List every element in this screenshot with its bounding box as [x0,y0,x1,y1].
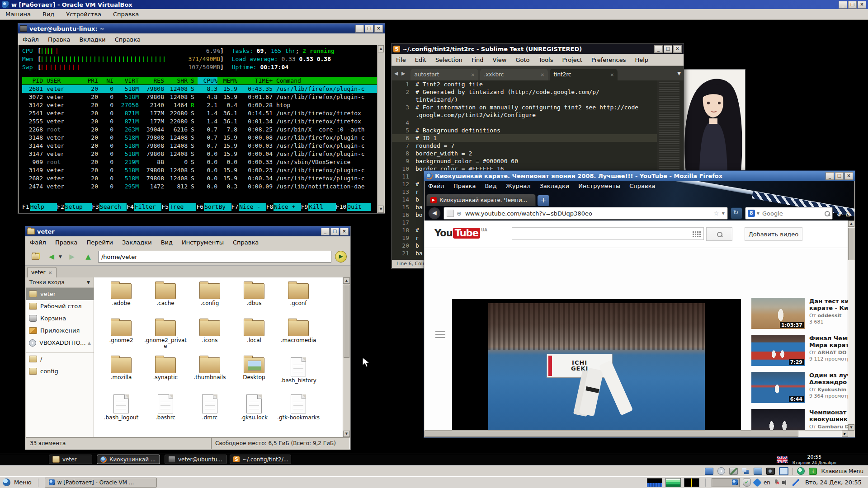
menu-item[interactable]: Справка [115,36,141,43]
files-scrollbar[interactable]: ▲ ▼ [343,277,350,437]
process-row[interactable]: 3148veter200518M7980812408S0.715.90:00.0… [22,134,377,142]
htop-column-header[interactable]: SHR [164,77,188,84]
close-button[interactable] [340,228,349,235]
process-row[interactable]: 2268root200263M390446216S0.77.80:08.25/u… [22,126,377,134]
scrollbar-thumb[interactable] [344,285,349,358]
close-button[interactable] [844,172,853,180]
new-tab-button[interactable] [538,195,549,206]
search-bar[interactable] [745,207,833,220]
menu-item[interactable]: Справка [233,239,259,246]
vertical-scrollbar[interactable]: ▲ ▼ [848,221,854,431]
taskbar-item[interactable]: veter [49,455,92,464]
file-icon[interactable]: .mozilla [99,356,143,393]
video-channel[interactable]: От oddessit [809,313,848,319]
code-line[interactable]: 8border_width = 2 [392,150,683,157]
device-status-icon[interactable] [742,468,750,474]
function-key[interactable]: F10Quit [336,203,371,211]
close-button[interactable] [858,1,866,9]
menu-item[interactable]: Инструменты [182,239,224,246]
file-icon[interactable]: .icons [188,319,231,356]
process-row[interactable]: 2541veter200871M177M22080S1.436.10:14.51… [22,109,377,117]
menu-item[interactable]: Edit [415,56,426,63]
process-row[interactable]: 909root200219M880S0.00.00:00.33/usr/sbin… [22,158,377,166]
youtube-search-input[interactable] [515,230,692,238]
menu-item[interactable]: Goto [515,56,529,63]
scroll-right-icon[interactable]: ▶ [842,431,848,437]
tab-list-dropdown-icon[interactable]: ▼ [677,71,681,76]
stylus-icon[interactable] [793,479,799,486]
process-row[interactable]: 2555veter200871M177M22080S1.436.10:01.34… [22,117,377,126]
google-search-engine-icon[interactable] [748,210,755,217]
video-title[interactable]: Дан тест ки [809,298,848,305]
function-key[interactable]: F1Help [22,203,57,211]
process-row[interactable]: 2474veter200295M1472812S0.00.30:00.09/us… [22,183,377,191]
search-icon[interactable] [824,211,830,216]
home-button[interactable] [846,209,851,218]
maximize-button[interactable] [664,45,672,53]
htop-column-header[interactable]: USER [43,77,81,84]
mouse-integration-icon[interactable] [797,467,805,475]
minimize-button[interactable] [321,228,330,235]
menu-item[interactable]: Selection [435,56,462,63]
related-video[interactable]: 7:29 Финал Чемп Мира карат От ARHAT DO 9… [751,335,848,366]
function-key[interactable]: F7Nice - [231,203,266,211]
code-line[interactable]: tintwizard/) [392,96,683,103]
file-icon[interactable]: .gconf [277,282,320,319]
code-line[interactable]: 6# ID 1 [392,134,683,142]
menu-item[interactable]: Закладки [540,183,570,189]
youtube-logo[interactable]: YouTubeUA [434,228,487,239]
menu-item[interactable]: Вкладки [79,36,105,43]
browser-tab[interactable]: Киокушинкай карате. Чемпи... [426,194,536,206]
scrollbar-thumb[interactable] [848,228,854,260]
editor-tab[interactable]: .xxkbrc [480,69,548,80]
firefox-titlebar[interactable]: Киокушинкай карате. Чемпионат японии 200… [424,171,855,181]
file-icon[interactable]: .bashrc [144,393,187,430]
page-proxy-icon[interactable] [447,210,454,217]
new-tab-button[interactable] [29,251,42,263]
virtual-keyboard-icon[interactable] [692,230,701,237]
sidebar-place[interactable]: / [26,352,94,365]
hostkey-state-icon[interactable] [809,468,817,475]
device-status-icon[interactable] [729,468,738,475]
microphone-muted-icon[interactable] [774,479,779,486]
youtube-search-button[interactable] [706,227,732,241]
scrollbar-thumb[interactable] [425,431,798,437]
url-bar[interactable] [443,207,728,220]
code-line[interactable]: .google.com/p/tint2/wiki/Configure [392,111,683,119]
menu-item[interactable]: Справка [113,11,139,18]
device-status-icon[interactable] [779,467,788,475]
editor-tab[interactable]: tint2rc [550,69,618,80]
host-window-task[interactable]: w [Работает] - Oracle VM ... [45,478,157,488]
reload-button[interactable] [731,207,742,219]
host-menu-button[interactable]: Меню [14,479,32,486]
sidebar-place[interactable]: VBOXADDITIO... [26,337,94,349]
device-status-icon[interactable] [717,467,725,475]
video-player[interactable]: ICHI GEKI 0:28 / 2:05 [452,299,741,431]
downloads-button[interactable] [835,207,843,219]
menu-item[interactable]: Машина [5,11,31,18]
search-engine-dropdown-icon[interactable] [757,211,760,216]
minimize-button[interactable] [654,45,663,53]
url-dropdown-icon[interactable] [722,211,725,216]
code-line[interactable]: 9background_color = #000000 60 [392,157,683,165]
menu-item[interactable]: Вид [161,239,173,246]
menu-item[interactable]: Правка [55,239,77,246]
video-title[interactable]: киокушинка [809,416,848,422]
htop-column-header[interactable]: MEM% [217,77,237,84]
sidebar-place[interactable]: Приложения [26,324,94,337]
menu-item[interactable]: View [493,56,507,63]
window-preview-applet[interactable] [712,478,740,487]
device-status-icon[interactable] [754,468,762,475]
menu-item[interactable]: Файл [428,183,444,189]
places-mode-select[interactable]: Точки входа▼ [26,277,94,288]
file-icon[interactable]: .gtk-bookmarks [277,393,320,430]
close-tab-icon[interactable] [610,72,614,78]
related-video[interactable]: 1:03:37 Дан тест ки карате - Ки От oddes… [751,298,848,329]
menu-item[interactable]: Tools [538,56,553,63]
file-icon[interactable]: .local [232,319,276,356]
code-line[interactable]: 7rounded = 7 [392,142,683,150]
menu-item[interactable]: Preferences [591,56,626,63]
network-graph-applet[interactable] [665,478,681,487]
menu-item[interactable]: Справка [629,183,655,189]
file-icon-view[interactable]: .adobe .cache .config [94,277,343,437]
